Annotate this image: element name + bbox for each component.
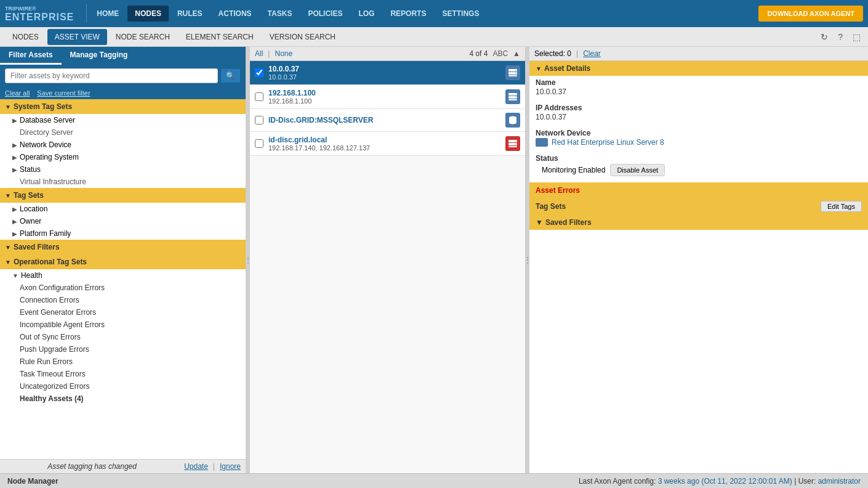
connection-errors-item[interactable]: Connection Errors [0,294,246,306]
task-timeout-errors-label: Task Timeout Errors [20,370,86,378]
ignore-link[interactable]: Ignore [220,462,241,471]
status-item[interactable]: ▶ Status [0,163,246,176]
saved-filters-label: Saved Filters [14,243,60,251]
asset-checkbox[interactable] [255,68,263,77]
nav-node-search-tab[interactable]: NODE SEARCH [108,29,177,45]
clear-all-link[interactable]: Clear all [5,89,30,97]
filter-assets-tab[interactable]: Filter Assets [0,47,62,65]
health-item[interactable]: ▼ Health [0,269,246,282]
toolbar-sep: | [268,49,270,58]
search-input[interactable] [5,68,218,83]
nav-element-search-tab[interactable]: ELEMENT SEARCH [179,29,261,45]
nav-reports[interactable]: REPORTS [383,6,433,22]
tag-sets-header[interactable]: ▼ Tag Sets [0,188,246,203]
logout-icon[interactable]: ⬚ [850,31,863,43]
asset-errors-section-header[interactable]: Asset Errors [529,182,868,198]
nav-policies[interactable]: POLICIES [300,6,350,22]
selected-count: Selected: 0 [534,49,571,58]
nav-nodes-tab[interactable]: NODES [5,29,46,45]
nav-tasks[interactable]: TASKS [260,6,300,22]
right-resize-handle[interactable] [526,47,529,473]
all-link[interactable]: All [255,49,263,58]
network-device-label: Network Device [536,129,862,137]
sort-direction-button[interactable]: ▲ [513,49,520,58]
saved-filters-right-arrow: ▼ [536,218,543,227]
operational-tag-sets-header[interactable]: ▼ Operational Tag Sets [0,254,246,269]
asset-row[interactable]: id-disc.grid.local 192.168.17.140, 192.1… [250,132,525,156]
help-icon[interactable]: ? [835,31,845,43]
user-value[interactable]: administrator [818,477,861,486]
toolbar-pipe: | [576,49,578,58]
task-timeout-errors-item[interactable]: Task Timeout Errors [0,368,246,380]
none-link[interactable]: None [275,49,292,58]
saved-filters-header[interactable]: ▼ Saved Filters [0,240,246,254]
asset-details-section-header[interactable]: ▼ Asset Details [529,61,868,76]
event-generator-errors-item[interactable]: Event Generator Errors [0,306,246,319]
network-device-value[interactable]: Red Hat Enterprise Linux Server 8 [536,137,862,149]
healthy-assets-item[interactable]: Healthy Assets (4) [0,392,246,405]
nav-rules[interactable]: RULES [170,6,210,22]
sort-abc-button[interactable]: ABC [492,49,508,58]
asset-list: 10.0.0.37 10.0.0.37 192.168.1.100 192.16… [250,61,525,473]
logo: TRIPWIRE® ENTERPRISE [5,4,74,23]
logo-top: TRIPWIRE® [5,4,74,12]
nav-log[interactable]: LOG [351,6,382,22]
name-detail-row: Name 10.0.0.37 [529,76,868,101]
rule-run-errors-item[interactable]: Rule Run Errors [0,356,246,368]
nav-version-search-tab[interactable]: VERSION SEARCH [262,29,343,45]
axon-config-errors-item[interactable]: Axon Configuration Errors [0,282,246,294]
database-server-arrow: ▶ [12,117,17,124]
last-config-value[interactable]: 3 weeks ago (Oct 11, 2022 12:00:01 AM) [658,477,792,486]
system-tag-sets-header[interactable]: ▼ System Tag Sets [0,99,246,114]
download-axon-agent-button[interactable]: DOWNLOAD AXON AGENT [758,6,863,22]
asset-checkbox[interactable] [255,139,263,148]
asset-errors-label: Asset Errors [536,186,580,195]
manage-tagging-tab[interactable]: Manage Tagging [62,47,137,65]
clear-link[interactable]: Clear [583,49,601,58]
database-server-item[interactable]: ▶ Database Server [0,114,246,126]
update-link[interactable]: Update [184,462,208,471]
push-upgrade-errors-item[interactable]: Push Upgrade Errors [0,343,246,356]
asset-checkbox[interactable] [255,92,263,101]
search-area: 🔍 [0,65,246,87]
asset-row[interactable]: ID-Disc.GRID:MSSQLSERVER [250,109,525,132]
disable-asset-button[interactable]: Disable Asset [610,164,665,176]
status-detail-row: Status Monitoring Enabled Disable Asset [529,152,868,182]
platform-family-item[interactable]: ▶ Platform Family [0,227,246,240]
directory-server-item[interactable]: Directory Server [0,126,246,139]
operating-system-item[interactable]: ▶ Operating System [0,151,246,163]
top-navigation: TRIPWIRE® ENTERPRISE HOME NODES RULES AC… [0,0,868,27]
edit-tags-button[interactable]: Edit Tags [821,201,862,212]
location-item[interactable]: ▶ Location [0,203,246,215]
asset-row[interactable]: 192.168.1.100 192.168.1.100 [250,85,525,109]
nav-actions[interactable]: ACTIONS [211,6,259,22]
virtual-infrastructure-item[interactable]: Virtual Infrastructure [0,176,246,188]
nav-home[interactable]: HOME [89,6,126,22]
incompatible-agent-errors-item[interactable]: Incompatible Agent Errors [0,319,246,331]
nav-nodes[interactable]: NODES [127,6,169,22]
nav-asset-view-tab[interactable]: ASSET VIEW [47,29,107,45]
asset-name: 10.0.0.37 [268,65,500,73]
left-resize-handle[interactable] [246,47,250,473]
uncategorized-errors-item[interactable]: Uncategorized Errors [0,380,246,392]
search-button[interactable]: 🔍 [220,68,241,83]
owner-item[interactable]: ▶ Owner [0,215,246,227]
push-upgrade-errors-label: Push Upgrade Errors [20,345,89,354]
refresh-icon[interactable]: ↻ [818,31,830,43]
out-of-sync-errors-item[interactable]: Out of Sync Errors [0,331,246,343]
status-bar-right: Last Axon Agent config: 3 weeks ago (Oct… [579,477,861,486]
main-layout: Filter Assets Manage Tagging 🔍 Clear all… [0,47,868,473]
network-device-item[interactable]: ▶ Network Device [0,139,246,151]
incompatible-agent-errors-label: Incompatible Agent Errors [20,320,105,329]
asset-checkbox[interactable] [255,116,263,124]
ip-detail-row: IP Addresses 10.0.0.37 [529,101,868,126]
saved-filters-right-header[interactable]: ▼ Saved Filters [529,215,868,230]
rule-run-errors-label: Rule Run Errors [20,357,73,366]
asset-ip: 192.168.1.100 [268,97,500,105]
asset-ip: 192.168.17.140, 192.168.127.137 [268,144,500,152]
asset-row[interactable]: 10.0.0.37 10.0.0.37 [250,61,525,85]
health-arrow: ▼ [12,272,18,279]
save-current-filter-link[interactable]: Save current filter [37,89,90,97]
saved-filters-right-label: Saved Filters [545,218,592,227]
nav-settings[interactable]: SETTINGS [435,6,486,22]
